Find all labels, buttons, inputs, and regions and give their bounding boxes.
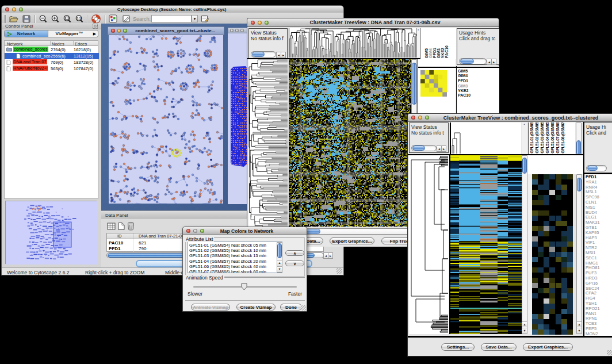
svg-text:1:1: 1:1 [76,17,81,20]
